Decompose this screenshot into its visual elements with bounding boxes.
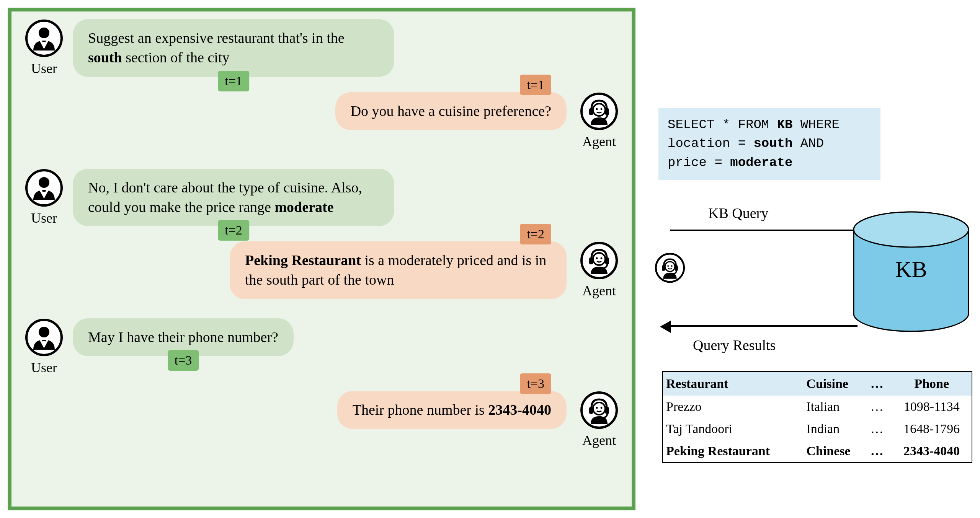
table-cell: … <box>867 440 892 463</box>
arrow-left-icon <box>660 321 671 333</box>
user-label: User <box>19 60 69 77</box>
dialogue-panel: User Suggest an expensive restaurant tha… <box>8 8 635 510</box>
table-cell: 2343-4040 <box>892 440 972 463</box>
svg-point-11 <box>854 212 969 247</box>
table-cell: 1648-1796 <box>892 418 972 440</box>
agent-bubble: t=2 Peking Restaurant is a moderately pr… <box>230 241 567 299</box>
kb-query-label: KB Query <box>708 205 768 222</box>
agent-label: Agent <box>574 283 624 299</box>
turn-badge: t=1 <box>520 75 551 95</box>
arrow-line <box>670 230 858 231</box>
table-header: Restaurant <box>663 371 803 396</box>
agent-bubble: t=1 Do you have a cuisine preference? <box>335 92 567 130</box>
agent-avatar-col: Agent <box>574 391 624 448</box>
turn-badge: t=3 <box>168 350 199 371</box>
kb-panel: SELECT * FROM KB WHERE location = south … <box>647 8 976 510</box>
kb-label: KB <box>850 256 972 283</box>
table-cell: 1098-1134 <box>892 396 972 418</box>
table-cell: Italian <box>803 396 867 418</box>
user-label: User <box>19 360 69 376</box>
table-header: … <box>867 371 892 396</box>
user-bubble: No, I don't care about the type of cuisi… <box>73 169 394 226</box>
user-icon <box>25 19 63 57</box>
user-icon <box>25 318 63 357</box>
turn-badge: t=3 <box>520 373 551 394</box>
agent-label: Agent <box>574 432 624 448</box>
table-cell: Peking Restaurant <box>663 440 803 463</box>
agent-icon <box>580 92 618 130</box>
user-icon <box>25 169 63 207</box>
dialogue-turn: User May I have their phone number? t=3 … <box>19 318 624 448</box>
table-header: Cuisine <box>803 371 867 396</box>
kb-cylinder: KB <box>850 210 972 333</box>
agent-icon <box>580 391 618 429</box>
table-cell: Chinese <box>803 440 867 463</box>
dialogue-turn: User Suggest an expensive restaurant tha… <box>19 19 624 150</box>
agent-bubble: t=3 Their phone number is 2343-4040 <box>337 391 567 429</box>
table-row: Taj TandooriIndian…1648-1796 <box>663 418 972 440</box>
user-avatar-col: User <box>19 19 69 77</box>
agent-avatar-col: Agent <box>574 92 624 150</box>
user-bubble: May I have their phone number? t=3 <box>73 318 294 356</box>
table-cell: … <box>867 396 892 418</box>
dialogue-turn: User No, I don't care about the type of … <box>19 169 624 299</box>
table-cell: Prezzo <box>663 396 803 418</box>
table-header: Phone <box>892 371 972 396</box>
table-cell: … <box>867 418 892 440</box>
user-bubble: Suggest an expensive restaurant that's i… <box>73 19 394 77</box>
agent-label: Agent <box>574 134 624 150</box>
table-cell: Taj Tandoori <box>663 418 803 440</box>
user-label: User <box>19 210 69 226</box>
user-avatar-col: User <box>19 169 69 226</box>
turn-badge: t=1 <box>218 71 249 91</box>
turn-badge: t=2 <box>218 220 249 241</box>
turn-badge: t=2 <box>520 224 551 244</box>
arrow-line <box>670 325 858 327</box>
user-avatar-col: User <box>19 318 69 376</box>
query-results-label: Query Results <box>693 337 776 353</box>
agent-icon <box>655 252 685 283</box>
table-row: PrezzoItalian…1098-1134 <box>663 396 972 418</box>
table-row: Peking RestaurantChinese…2343-4040 <box>663 440 972 463</box>
sql-query-box: SELECT * FROM KB WHERE location = south … <box>658 108 880 180</box>
agent-icon <box>580 241 618 280</box>
agent-avatar-col: Agent <box>574 241 624 299</box>
results-table: Restaurant Cuisine … Phone PrezzoItalian… <box>662 371 972 463</box>
table-cell: Indian <box>803 418 867 440</box>
